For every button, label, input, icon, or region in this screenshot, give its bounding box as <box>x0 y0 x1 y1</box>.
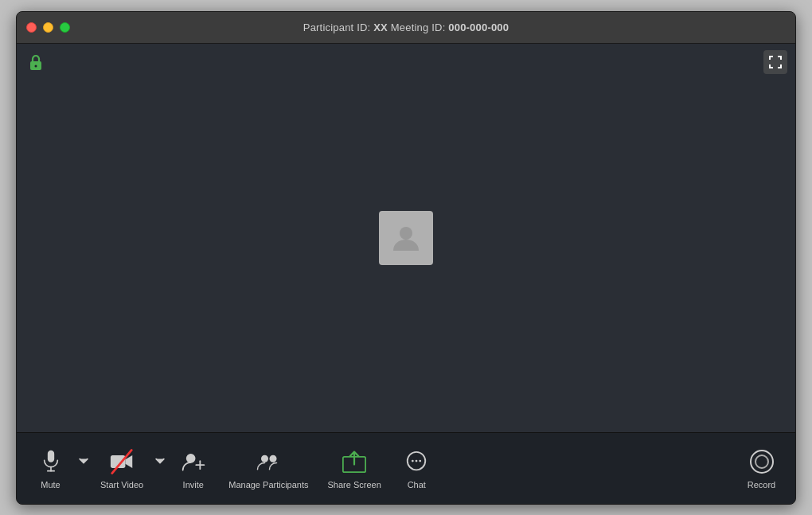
share-screen-icon <box>340 447 369 476</box>
record-label: Record <box>748 480 775 490</box>
traffic-lights <box>26 22 70 33</box>
title-bar: Participant ID: XX Meeting ID: 000-000-0… <box>17 12 795 44</box>
close-button[interactable] <box>26 22 37 33</box>
mute-button[interactable]: Mute <box>25 441 76 496</box>
record-inner-circle <box>755 455 769 469</box>
meeting-id: 000-000-000 <box>448 21 509 33</box>
minimize-button[interactable] <box>43 22 53 33</box>
manage-participants-button[interactable]: Manage Participants <box>219 441 318 496</box>
svg-point-2 <box>400 227 412 240</box>
svg-point-11 <box>261 455 268 462</box>
start-video-group: Start Video <box>91 441 167 496</box>
video-icon <box>107 447 136 476</box>
mute-chevron[interactable] <box>76 454 91 482</box>
manage-participants-label: Manage Participants <box>228 480 308 490</box>
mute-label: Mute <box>41 480 60 490</box>
svg-point-1 <box>35 64 37 67</box>
video-chevron[interactable] <box>153 454 167 482</box>
record-icon <box>748 447 776 476</box>
start-video-button[interactable]: Start Video <box>91 441 153 496</box>
share-screen-label: Share Screen <box>328 480 381 490</box>
participant-label: Participant ID: <box>303 21 373 33</box>
record-circle <box>750 450 774 474</box>
maximize-button[interactable] <box>60 22 70 33</box>
svg-point-12 <box>270 455 277 462</box>
chat-icon <box>402 447 431 476</box>
svg-point-8 <box>186 454 196 463</box>
zoom-window: Participant ID: XX Meeting ID: 000-000-0… <box>16 11 796 505</box>
share-screen-button[interactable]: Share Screen <box>318 441 391 496</box>
fullscreen-button[interactable] <box>763 50 787 74</box>
record-button[interactable]: Record <box>736 441 787 496</box>
invite-button[interactable]: Invite <box>167 441 219 496</box>
lock-icon <box>28 53 44 75</box>
video-area <box>17 44 795 432</box>
svg-point-17 <box>420 459 422 462</box>
svg-rect-3 <box>47 450 53 462</box>
meeting-label: Meeting ID: <box>388 21 448 33</box>
chat-label: Chat <box>408 480 426 490</box>
svg-point-16 <box>416 459 418 462</box>
toolbar: Mute <box>17 432 795 504</box>
svg-point-15 <box>412 459 414 462</box>
svg-line-7 <box>112 450 132 473</box>
participant-avatar <box>379 211 433 265</box>
mute-icon <box>37 447 65 476</box>
invite-label: Invite <box>183 480 204 490</box>
participants-icon <box>254 447 283 476</box>
participant-id: XX <box>373 21 388 33</box>
start-video-label: Start Video <box>100 480 143 490</box>
title-text: Participant ID: XX Meeting ID: 000-000-0… <box>303 21 509 33</box>
invite-icon <box>179 447 208 476</box>
chat-button[interactable]: Chat <box>391 441 443 496</box>
